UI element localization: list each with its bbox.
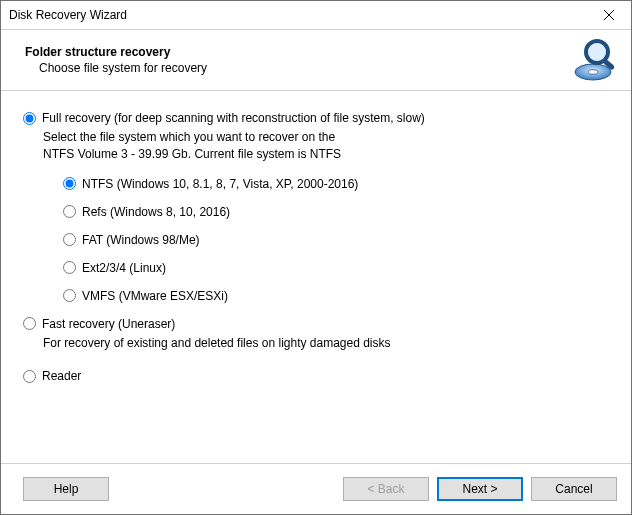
- fs-option-ntfs[interactable]: NTFS (Windows 10, 8.1, 8, 7, Vista, XP, …: [63, 177, 609, 191]
- wizard-header: Folder structure recovery Choose file sy…: [1, 30, 631, 91]
- fs-label-ntfs: NTFS (Windows 10, 8.1, 8, 7, Vista, XP, …: [82, 177, 358, 191]
- wizard-footer: Help < Back Next > Cancel: [1, 463, 631, 514]
- fs-label-vmfs: VMFS (VMware ESX/ESXi): [82, 289, 228, 303]
- mode-reader-label: Reader: [42, 369, 81, 383]
- window-title: Disk Recovery Wizard: [9, 8, 586, 22]
- wizard-window: Disk Recovery Wizard Folder structure re…: [0, 0, 632, 515]
- full-recovery-desc-line1: Select the file system which you want to…: [43, 129, 609, 146]
- fs-label-fat: FAT (Windows 98/Me): [82, 233, 200, 247]
- radio-ext[interactable]: [63, 261, 76, 274]
- mode-fast-recovery[interactable]: Fast recovery (Uneraser): [23, 317, 609, 331]
- titlebar: Disk Recovery Wizard: [1, 1, 631, 30]
- close-icon: [604, 10, 614, 20]
- svg-point-5: [588, 43, 606, 61]
- mode-full-recovery[interactable]: Full recovery (for deep scanning with re…: [23, 111, 609, 125]
- radio-refs[interactable]: [63, 205, 76, 218]
- back-button: < Back: [343, 477, 429, 501]
- magnifier-disk-icon: [571, 36, 619, 84]
- mode-reader[interactable]: Reader: [23, 369, 609, 383]
- fs-option-fat[interactable]: FAT (Windows 98/Me): [63, 233, 609, 247]
- mode-fast-recovery-label: Fast recovery (Uneraser): [42, 317, 175, 331]
- svg-point-3: [588, 70, 598, 74]
- wizard-body: Full recovery (for deep scanning with re…: [1, 91, 631, 463]
- radio-vmfs[interactable]: [63, 289, 76, 302]
- radio-ntfs[interactable]: [63, 177, 76, 190]
- fs-option-refs[interactable]: Refs (Windows 8, 10, 2016): [63, 205, 609, 219]
- close-button[interactable]: [586, 1, 631, 29]
- radio-full-recovery[interactable]: [23, 112, 36, 125]
- filesystem-list: NTFS (Windows 10, 8.1, 8, 7, Vista, XP, …: [63, 177, 609, 303]
- cancel-button[interactable]: Cancel: [531, 477, 617, 501]
- header-title: Folder structure recovery: [25, 45, 571, 59]
- full-recovery-desc-line2: NTFS Volume 3 - 39.99 Gb. Current file s…: [43, 146, 609, 163]
- radio-fat[interactable]: [63, 233, 76, 246]
- fs-label-ext: Ext2/3/4 (Linux): [82, 261, 166, 275]
- fs-option-ext[interactable]: Ext2/3/4 (Linux): [63, 261, 609, 275]
- fs-option-vmfs[interactable]: VMFS (VMware ESX/ESXi): [63, 289, 609, 303]
- fast-recovery-desc: For recovery of existing and deleted fil…: [43, 335, 609, 352]
- next-button[interactable]: Next >: [437, 477, 523, 501]
- help-button[interactable]: Help: [23, 477, 109, 501]
- fs-label-refs: Refs (Windows 8, 10, 2016): [82, 205, 230, 219]
- header-subtitle: Choose file system for recovery: [25, 61, 571, 75]
- mode-full-recovery-label: Full recovery (for deep scanning with re…: [42, 111, 425, 125]
- radio-fast-recovery[interactable]: [23, 317, 36, 330]
- header-text: Folder structure recovery Choose file sy…: [25, 45, 571, 75]
- full-recovery-desc: Select the file system which you want to…: [43, 129, 609, 163]
- radio-reader[interactable]: [23, 370, 36, 383]
